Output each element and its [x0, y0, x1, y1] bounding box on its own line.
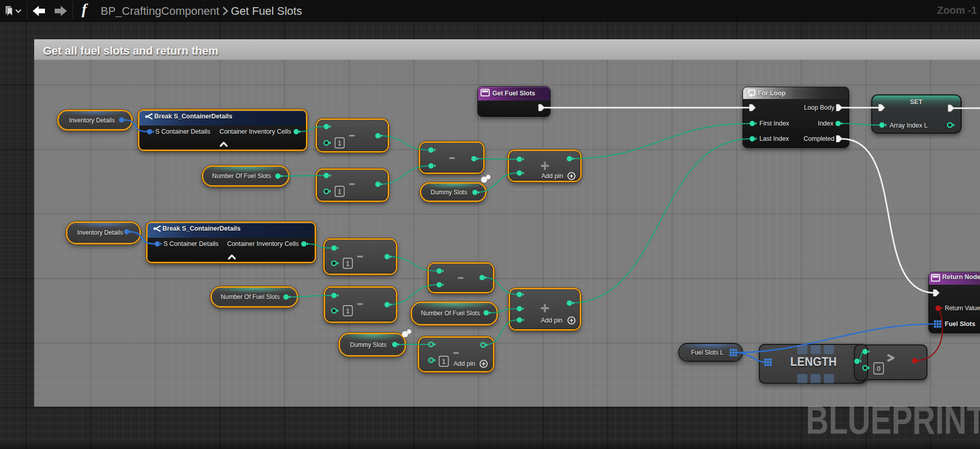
svg-text:1: 1	[346, 308, 350, 315]
svg-text:1: 1	[338, 140, 342, 147]
svg-text:1: 1	[346, 260, 350, 267]
svg-text:1: 1	[338, 188, 342, 195]
svg-text:1: 1	[442, 358, 446, 365]
svg-text:0: 0	[877, 365, 880, 372]
